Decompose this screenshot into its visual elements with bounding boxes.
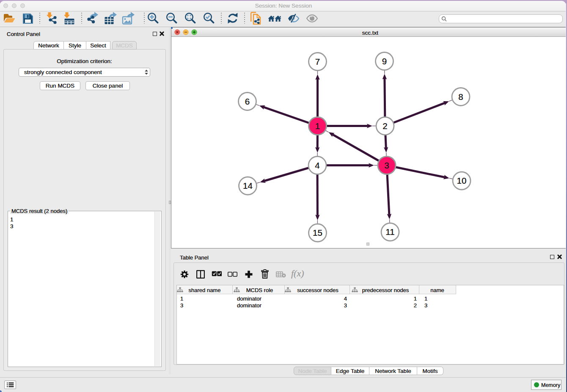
svg-text:2: 2 [383,121,387,131]
svg-text:4: 4 [315,160,319,170]
svg-text:7: 7 [315,57,320,66]
svg-text:15: 15 [313,228,322,237]
svg-text:10: 10 [457,176,467,185]
svg-text:11: 11 [385,227,394,237]
svg-text:14: 14 [243,181,253,190]
svg-text:3: 3 [384,160,389,170]
svg-text:8: 8 [458,92,463,102]
svg-text:1: 1 [315,121,320,131]
svg-text:6: 6 [245,97,250,106]
svg-text:9: 9 [382,56,387,66]
